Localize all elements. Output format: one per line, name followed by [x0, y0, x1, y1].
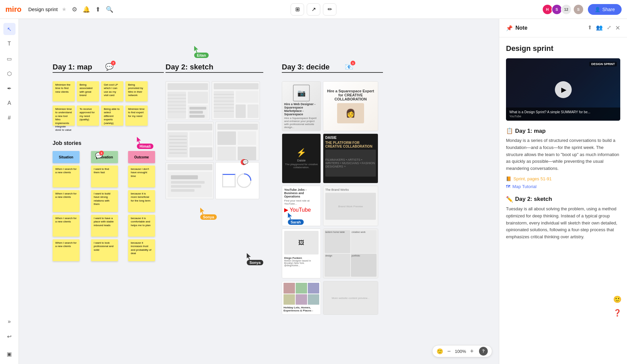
job-row3-situation[interactable]: When I search for a new clients — [53, 215, 80, 237]
note-panel-title-area: 📌 Note — [506, 25, 528, 31]
decide-card-4[interactable]: DAISIE THE PLATFORM FOR CREATIVE COLLABO… — [323, 133, 378, 183]
sprint-pages-link[interactable]: 📙 Sprint, pages 51-91 — [506, 176, 620, 181]
svg-rect-24 — [168, 124, 212, 130]
close-icon-note[interactable]: ✕ — [615, 24, 620, 32]
job-stories-header: Job stories — [53, 140, 81, 146]
svg-rect-26 — [189, 132, 212, 146]
decide-card-8[interactable]: More website content preview... — [323, 281, 378, 315]
text-tool[interactable]: T — [3, 38, 16, 50]
decide-card-1[interactable]: 📷 Hire a Web Designer - Squarespace Mark… — [282, 81, 321, 131]
job-row2-motivation[interactable]: I want to build have strong relations wi… — [91, 190, 118, 212]
avatar-3[interactable]: S — [573, 4, 584, 15]
job-row1-motivation[interactable]: I want to find them fast — [91, 165, 118, 187]
avatar-2[interactable]: S — [551, 4, 562, 15]
search-icon[interactable]: 🔍 — [106, 6, 113, 13]
expand-icon[interactable]: ⤢ — [607, 24, 611, 32]
job-row2-situation[interactable]: When I search for a new clients — [53, 190, 80, 212]
play-button[interactable]: ▶ — [555, 81, 572, 98]
decide-card-2[interactable]: Hire a Squarespace Expert for CREATIVE C… — [323, 81, 378, 131]
star-icon[interactable]: ★ — [62, 6, 66, 12]
note-panel-actions: ⬆ 👥 ⤢ ✕ — [588, 24, 620, 32]
sticky-note[interactable]: Get cool LP which I can use as my visit … — [101, 81, 123, 101]
svg-rect-2 — [188, 92, 208, 103]
smile-icon[interactable]: 🙂 — [437, 348, 443, 355]
svg-rect-15 — [236, 91, 259, 103]
sticky-tool[interactable]: ▭ — [3, 53, 16, 65]
sketch-frame-2[interactable] — [212, 81, 260, 120]
job-row4-motivation[interactable]: I want to look professional and solid — [91, 239, 118, 261]
zoom-in-btn[interactable]: + — [469, 347, 475, 356]
svg-rect-0 — [168, 83, 208, 90]
miro-logo[interactable]: miro — [5, 5, 22, 14]
upload-icon-note[interactable]: ⬆ — [588, 24, 592, 32]
settings-icon[interactable]: ⚙ — [72, 6, 77, 13]
arrow-tool-btn[interactable]: ↗ — [307, 3, 320, 16]
decide-card-3[interactable]: ⚡ Daisie The playground for creative col… — [282, 133, 321, 183]
sticky-note[interactable]: Being able to select different experts (… — [101, 105, 123, 126]
day1-icon: 💬 7 — [105, 63, 114, 71]
sticky-note[interactable]: Minimize time to understand a new tool M… — [53, 105, 75, 126]
svg-rect-39 — [168, 164, 212, 170]
day3-badge: 1 — [351, 61, 355, 65]
upload-icon[interactable]: ⬆ — [95, 6, 100, 13]
decide-card-diego[interactable]: 🖼 Diego Funken Motion Designer based in … — [282, 229, 321, 278]
pen-tool[interactable]: ✒ — [3, 82, 16, 94]
job-row1-situation[interactable]: When I search for a new clients — [53, 165, 80, 187]
sticky-note[interactable]: Being promoted by Miro in their network — [125, 81, 148, 101]
day2-note-text: Tuesday is all about solving the problem… — [506, 206, 620, 241]
sticky-note[interactable]: Being associated with great brand — [77, 81, 99, 101]
day1-note-title: 📋 Day 1: map — [506, 127, 620, 134]
canvas-area[interactable]: Day 1: map 💬 7 Day 2: sketch Day 3: deci… — [19, 19, 499, 364]
cursor-tool[interactable]: ↖ — [3, 23, 16, 35]
undo-tool[interactable]: ↩ — [3, 330, 16, 342]
grid-tool-btn[interactable]: ⊞ — [291, 3, 304, 16]
job-row4-outcome[interactable]: because it increases trust and probabili… — [128, 239, 155, 261]
day2-note-icon: ✏️ — [506, 196, 513, 203]
day1-links: 📙 Sprint, pages 51-91 🗺 Map Tutorial — [506, 176, 620, 190]
job-row1-outcome[interactable]: because I don't have enought time — [128, 165, 155, 187]
sticky-note[interactable]: To receive approved for my need (quality… — [77, 105, 99, 126]
bell-icon[interactable]: 🔔 — [83, 6, 90, 13]
zoom-out-btn[interactable]: − — [446, 347, 452, 356]
sketch-frame-4[interactable] — [215, 122, 259, 160]
sketch-frame-5[interactable] — [166, 162, 214, 199]
frame-tool[interactable]: # — [3, 112, 16, 124]
help-btn[interactable]: ? — [479, 347, 488, 356]
draw-tool-btn[interactable]: ✏ — [323, 3, 336, 16]
share-icon: 👤 — [595, 7, 600, 12]
map-tutorial-link[interactable]: 🗺 Map Tutorial — [506, 184, 620, 189]
decide-card-holiday[interactable]: Holiday Lets, Homes, Experiences & Place… — [282, 281, 321, 315]
avatar-1[interactable]: H — [542, 4, 553, 15]
sticky-note[interactable]: Minimize the time to find new clients — [53, 81, 75, 101]
job-row4-situation[interactable]: When I search for a new clients — [53, 239, 80, 261]
decide-card-6[interactable]: The Brand Works Brand Work Preview — [323, 186, 378, 226]
sketch-frame-loading[interactable] — [215, 162, 259, 199]
more-tools[interactable]: » — [3, 315, 16, 328]
note-video[interactable]: What is a Design Sprint? A simple SUMMAR… — [506, 58, 620, 121]
avatar-count[interactable]: 12 — [561, 4, 572, 15]
cursor-eitan: Eitan — [194, 46, 209, 58]
sidebar-toggle[interactable]: ▣ — [3, 348, 16, 360]
marker-tool[interactable]: A — [3, 97, 16, 109]
decide-card-7[interactable]: lantern home table creative work design … — [323, 229, 378, 278]
left-toolbar: ↖ T ▭ ⬡ ✒ A # » ↩ ▣ — [0, 19, 19, 364]
day1-note-icon: 📋 — [506, 127, 513, 134]
note-side-icons: 🙂 ❓ — [613, 295, 622, 317]
sketch-frame-1[interactable] — [166, 81, 209, 120]
svg-rect-43 — [171, 185, 201, 188]
sticky-note[interactable]: Minimize time to find expert for my need — [125, 105, 148, 126]
book-icon: 📙 — [506, 176, 511, 181]
job-row3-outcome[interactable]: because it is comfortable and helps me t… — [128, 215, 155, 237]
emoji-icon[interactable]: 🙂 — [613, 295, 622, 303]
help-icon-note[interactable]: ❓ — [613, 309, 622, 317]
cursor-sarah: Sarah — [288, 213, 304, 225]
job-row3-motivation[interactable]: I want to have a place with stable inbou… — [91, 215, 118, 237]
share-button[interactable]: 👤 Share — [588, 4, 622, 15]
board-title[interactable]: Design sprint — [28, 6, 58, 12]
sketch-frame-3[interactable] — [166, 122, 214, 160]
avatar-group: H S 12 S — [542, 4, 584, 15]
job-row2-outcome[interactable]: because it is more beneficial for the lo… — [128, 190, 155, 212]
collaborators-icon[interactable]: 👥 — [596, 24, 603, 32]
pin-icon: 📌 — [506, 25, 513, 31]
shapes-tool[interactable]: ⬡ — [3, 67, 16, 80]
